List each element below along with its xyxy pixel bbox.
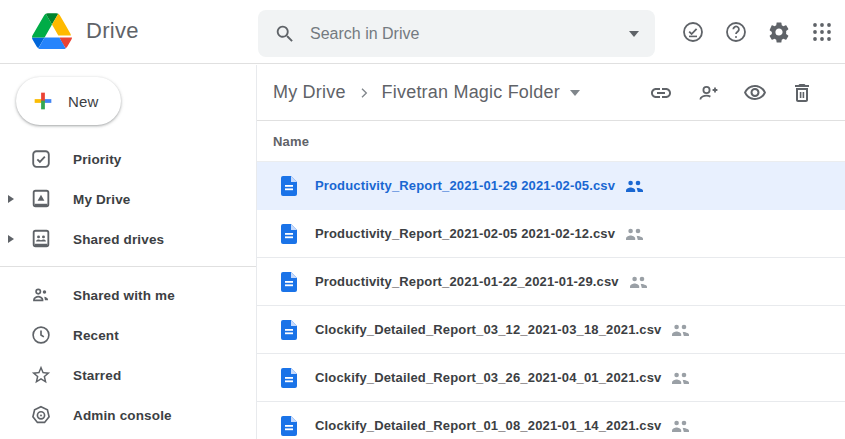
shared-people-icon — [625, 227, 644, 241]
settings-icon[interactable] — [767, 20, 791, 44]
file-browser: My Drive Fivetran Magic Folder — [257, 65, 845, 439]
app-title: Drive — [86, 18, 139, 44]
file-name: Productivity_Report_2021-01-22_2021-01-2… — [315, 274, 619, 289]
breadcrumb-current-folder[interactable]: Fivetran Magic Folder — [382, 82, 560, 103]
file-name: Clockify_Detailed_Report_03_12_2021-03_1… — [315, 322, 661, 337]
sidebar-item-label: Shared with me — [73, 288, 175, 303]
folder-menu-caret-icon[interactable] — [570, 90, 580, 96]
csv-file-icon — [281, 416, 297, 436]
search-input[interactable] — [310, 25, 629, 43]
search-icon[interactable] — [274, 23, 296, 45]
file-list: Productivity_Report_2021-01-29 2021-02-0… — [257, 162, 845, 439]
sidebar-item-label: Recent — [73, 328, 119, 343]
sidebar-item-label: Priority — [73, 152, 121, 167]
shared-people-icon — [671, 419, 690, 433]
sidebar-item-label: Starred — [73, 368, 121, 383]
file-name: Clockify_Detailed_Report_01_08_2021-01_1… — [315, 418, 661, 433]
expand-arrow-icon[interactable] — [8, 235, 14, 243]
shared-people-icon — [671, 371, 690, 385]
new-plus-icon — [28, 86, 58, 116]
file-row[interactable]: Productivity_Report_2021-02-05 2021-02-1… — [257, 210, 845, 258]
file-row[interactable]: Clockify_Detailed_Report_03_12_2021-03_1… — [257, 306, 845, 354]
admin-console-icon — [30, 404, 52, 426]
topbar-actions — [681, 0, 834, 64]
offline-status-icon[interactable] — [681, 20, 705, 44]
shared-drives-icon — [30, 228, 52, 250]
file-row[interactable]: Clockify_Detailed_Report_03_26_2021-04_0… — [257, 354, 845, 402]
my-drive-icon — [30, 188, 52, 210]
google-drive-logo-icon — [32, 13, 72, 49]
sidebar-item-priority[interactable]: Priority — [0, 139, 256, 179]
shared-people-icon — [671, 323, 690, 337]
breadcrumb-toolbar-row: My Drive Fivetran Magic Folder — [257, 65, 845, 121]
file-row[interactable]: Productivity_Report_2021-01-22_2021-01-2… — [257, 258, 845, 306]
get-link-icon[interactable] — [649, 81, 673, 105]
sidebar-divider — [0, 266, 256, 267]
sidebar-item-recent[interactable]: Recent — [0, 315, 256, 355]
help-icon[interactable] — [724, 20, 748, 44]
list-header-row[interactable]: Name — [257, 121, 845, 162]
delete-trash-icon[interactable] — [790, 81, 814, 105]
sidebar: New Priority My Drive — [0, 65, 257, 439]
starred-star-icon — [30, 364, 52, 386]
share-add-person-icon[interactable] — [696, 81, 720, 105]
preview-eye-icon[interactable] — [743, 81, 767, 105]
search-options-caret-icon[interactable] — [629, 31, 639, 37]
apps-grid-icon[interactable] — [810, 20, 834, 44]
google-drive-window: Drive — [0, 0, 845, 439]
search-bar[interactable] — [258, 10, 655, 57]
csv-file-icon — [281, 176, 297, 196]
csv-file-icon — [281, 320, 297, 340]
shared-people-icon — [625, 179, 644, 193]
breadcrumb-chevron-icon — [356, 85, 372, 101]
csv-file-icon — [281, 272, 297, 292]
expand-arrow-icon[interactable] — [8, 195, 14, 203]
recent-clock-icon — [30, 324, 52, 346]
sidebar-item-my-drive[interactable]: My Drive — [0, 179, 256, 219]
file-name: Clockify_Detailed_Report_03_26_2021-04_0… — [315, 370, 661, 385]
new-button-label: New — [68, 93, 99, 110]
file-row[interactable]: Productivity_Report_2021-01-29 2021-02-0… — [257, 162, 845, 210]
priority-check-icon — [30, 148, 52, 170]
breadcrumb-my-drive[interactable]: My Drive — [273, 82, 346, 103]
sidebar-item-shared-with-me[interactable]: Shared with me — [0, 275, 256, 315]
drive-brand[interactable]: Drive — [32, 13, 139, 49]
selection-toolbar — [649, 65, 814, 121]
file-name: Productivity_Report_2021-02-05 2021-02-1… — [315, 226, 615, 241]
sidebar-item-starred[interactable]: Starred — [0, 355, 256, 395]
new-button[interactable]: New — [16, 77, 121, 125]
sidebar-item-shared-drives[interactable]: Shared drives — [0, 219, 256, 259]
shared-people-icon — [629, 275, 648, 289]
file-name: Productivity_Report_2021-01-29 2021-02-0… — [315, 178, 615, 193]
csv-file-icon — [281, 224, 297, 244]
column-header-name[interactable]: Name — [273, 134, 309, 149]
top-app-bar: Drive — [0, 0, 845, 64]
sidebar-item-label: My Drive — [73, 192, 130, 207]
file-row[interactable]: Clockify_Detailed_Report_01_08_2021-01_1… — [257, 402, 845, 439]
sidebar-item-admin-console[interactable]: Admin console — [0, 395, 256, 435]
sidebar-item-label: Admin console — [73, 408, 172, 423]
shared-with-me-icon — [30, 284, 52, 306]
csv-file-icon — [281, 368, 297, 388]
sidebar-nav: Priority My Drive — [0, 139, 256, 435]
sidebar-item-label: Shared drives — [73, 232, 164, 247]
